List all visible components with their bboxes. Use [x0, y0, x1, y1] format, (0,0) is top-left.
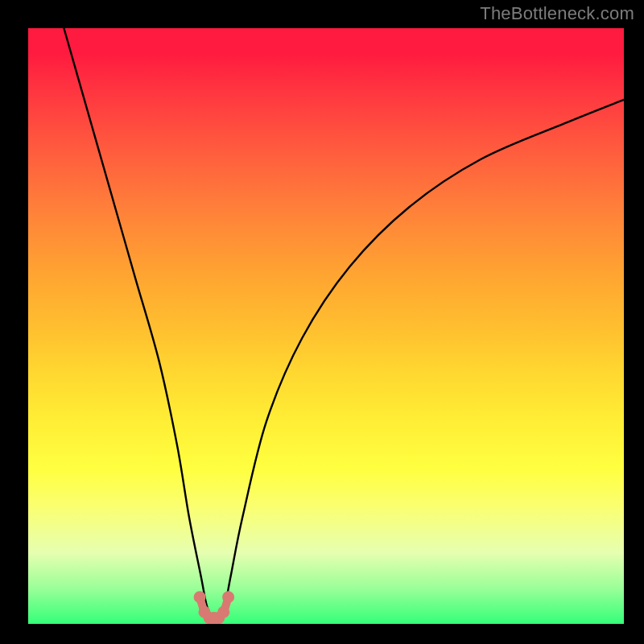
watermark-text: TheBottleneck.com: [480, 3, 634, 24]
bottleneck-curve: [64, 28, 624, 619]
highlight-dot: [222, 591, 234, 603]
highlight-dot: [194, 591, 206, 603]
plot-area: [28, 28, 624, 624]
curve-layer: [28, 28, 624, 624]
chart-frame: TheBottleneck.com: [0, 0, 644, 644]
highlight-dot: [217, 606, 229, 618]
highlight-minimum: [194, 591, 235, 624]
